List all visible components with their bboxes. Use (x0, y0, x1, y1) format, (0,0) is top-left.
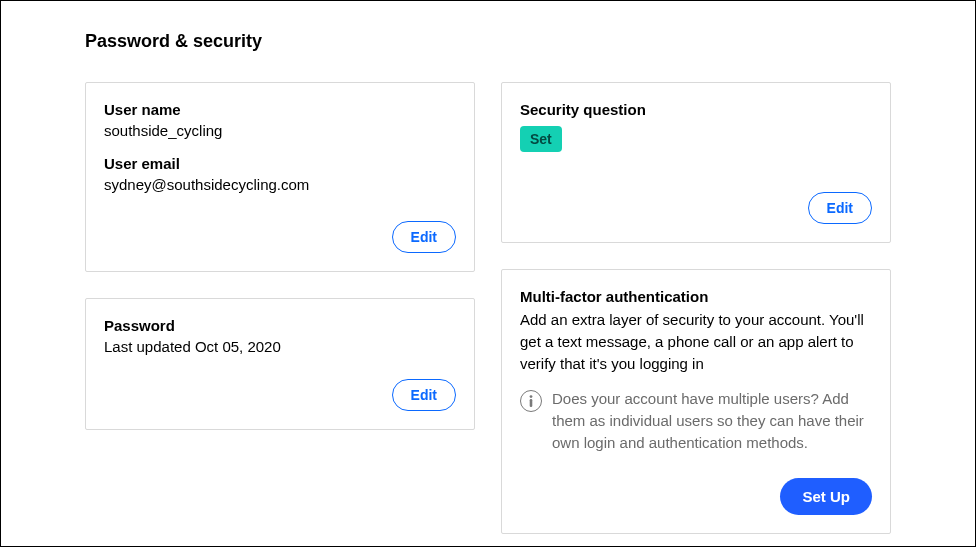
mfa-info-text: Does your account have multiple users? A… (552, 388, 872, 453)
password-label: Password (104, 317, 456, 334)
edit-password-button[interactable]: Edit (392, 379, 456, 411)
right-column: Security question Set Edit Multi-factor … (501, 82, 891, 534)
svg-rect-1 (530, 399, 533, 407)
security-question-label: Security question (520, 101, 872, 118)
password-value: Last updated Oct 05, 2020 (104, 338, 456, 355)
username-value: southside_cycling (104, 122, 456, 139)
mfa-label: Multi-factor authentication (520, 288, 872, 305)
security-question-status-badge: Set (520, 126, 562, 152)
mfa-card: Multi-factor authentication Add an extra… (501, 269, 891, 534)
mfa-description: Add an extra layer of security to your a… (520, 309, 872, 374)
left-column: User name southside_cycling User email s… (85, 82, 475, 430)
security-question-card: Security question Set Edit (501, 82, 891, 243)
edit-user-button[interactable]: Edit (392, 221, 456, 253)
edit-security-question-button[interactable]: Edit (808, 192, 872, 224)
email-value: sydney@southsidecycling.com (104, 176, 456, 193)
info-icon (520, 390, 542, 412)
mfa-info-row: Does your account have multiple users? A… (520, 388, 872, 459)
cards-grid: User name southside_cycling User email s… (85, 82, 891, 534)
setup-mfa-button[interactable]: Set Up (780, 478, 872, 515)
password-card: Password Last updated Oct 05, 2020 Edit (85, 298, 475, 430)
page-title: Password & security (85, 31, 891, 52)
user-card: User name southside_cycling User email s… (85, 82, 475, 272)
username-label: User name (104, 101, 456, 118)
email-label: User email (104, 155, 456, 172)
svg-point-0 (530, 395, 533, 398)
